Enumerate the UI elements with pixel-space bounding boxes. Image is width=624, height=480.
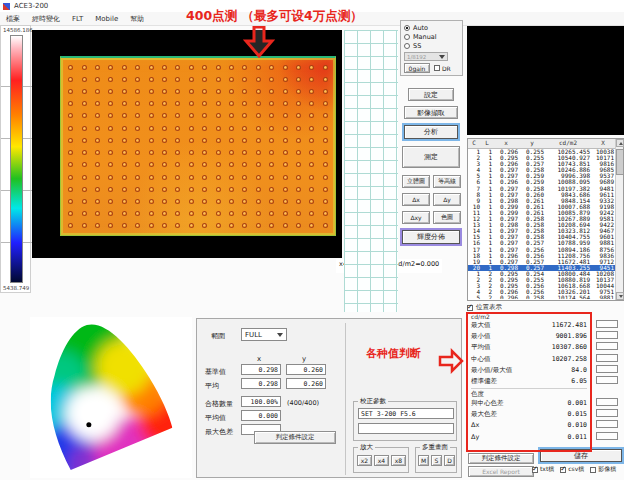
luminance-heatmap[interactable] (60, 56, 336, 236)
measure-point-dot (216, 150, 221, 155)
stereo-view-button[interactable]: 立體圖 (402, 175, 430, 188)
multi-s-button[interactable]: S (431, 455, 442, 466)
measure-point-dot (82, 113, 87, 118)
measure-point-dot (149, 199, 154, 204)
delta-x-button[interactable]: Δx (402, 193, 430, 206)
measure-point-dot (309, 89, 314, 94)
shutter-select[interactable]: 1/8192 (404, 52, 448, 61)
measure-point-dot (135, 175, 140, 180)
measure-point-dot (283, 77, 288, 82)
menu-mobile[interactable]: Mobile (95, 15, 118, 23)
measure-point-dot (82, 162, 87, 167)
measure-point-dot (283, 150, 288, 155)
luminance-distribution-button[interactable]: 輝度分佈 (402, 230, 460, 244)
zoom-x2-button[interactable]: x2 (357, 455, 372, 466)
delta-xy-button[interactable]: Δxy (402, 211, 430, 224)
checkbox-icon (560, 467, 566, 473)
calibration-value2-field[interactable] (358, 423, 454, 434)
range-select[interactable]: FULL (241, 328, 287, 341)
contour-button[interactable]: 等高線 (433, 175, 461, 188)
measure-button[interactable]: 測定 (402, 146, 460, 168)
average-x-field[interactable]: 0.298 (241, 378, 281, 389)
zoom-x4-button[interactable]: x4 (374, 455, 389, 466)
measure-point-dot (256, 89, 261, 94)
radio-auto[interactable]: Auto (404, 23, 459, 32)
multi-m-button[interactable]: M (418, 455, 429, 466)
radio-ss[interactable]: SS (404, 41, 459, 50)
measure-point-dot (162, 113, 167, 118)
measure-point-dot (95, 77, 100, 82)
dr-checkbox[interactable]: DR (434, 65, 451, 72)
reference-y-field[interactable]: 0.260 (286, 364, 326, 375)
measure-point-dot (309, 223, 314, 228)
measure-point-dot (149, 175, 154, 180)
menu-file[interactable]: 檔案 (6, 14, 20, 24)
measure-point-dot (323, 65, 328, 70)
reference-x-field[interactable]: 0.298 (241, 364, 281, 375)
judge-condition-button-left[interactable]: 判定條件設定 (254, 431, 336, 444)
position-display-checkbox[interactable]: 位置表示 (467, 303, 502, 312)
measure-point-dot (229, 138, 234, 143)
measure-point-dot (135, 65, 140, 70)
measure-point-dot (189, 150, 194, 155)
color-map-button[interactable]: 色圖 (433, 211, 461, 224)
csv-file-checkbox[interactable]: csv檔 (560, 465, 584, 474)
scroll-thumb[interactable] (616, 149, 624, 175)
judge-condition-button[interactable]: 判定條件設定 (468, 453, 534, 464)
measure-point-dot (229, 113, 234, 118)
column-header: C (468, 139, 482, 148)
zoom-x8-button[interactable]: x8 (391, 455, 406, 466)
menu-help[interactable]: 幫助 (130, 14, 144, 24)
white-point-marker (86, 422, 91, 427)
heatmap-viewport[interactable] (32, 30, 342, 258)
scroll-up-icon[interactable] (616, 139, 624, 147)
measure-point-dot (135, 223, 140, 228)
scale-min-value: 5438.749 (3, 285, 29, 291)
measure-point-dot (283, 175, 288, 180)
measure-point-dot (256, 211, 261, 216)
measure-point-dot (175, 150, 180, 155)
cie-chromaticity-diagram[interactable] (30, 317, 192, 478)
measure-point-dot (82, 175, 87, 180)
txt-file-checkbox[interactable]: txt檔 (532, 465, 554, 474)
excel-report-button[interactable]: Excel Report (468, 466, 534, 477)
measure-point-dot (202, 113, 207, 118)
scroll-down-icon[interactable] (616, 292, 624, 300)
measure-point-dot (323, 199, 328, 204)
table-row[interactable]: 520.2960.25810174.5649881 (468, 295, 623, 299)
settings-button[interactable]: 設定 (408, 88, 454, 101)
judge-result-box (596, 342, 618, 350)
measure-point-dot (216, 187, 221, 192)
pass-count-label: 合格數量 (205, 399, 233, 409)
gain-button[interactable]: 0gain (404, 63, 430, 73)
analyze-button[interactable]: 分析 (404, 125, 458, 139)
save-button[interactable]: 儲存 (540, 449, 622, 462)
image-file-checkbox[interactable]: 影像檔 (590, 465, 616, 474)
image-capture-button[interactable]: 影像擷取 (404, 106, 458, 119)
measure-point-dot (68, 126, 73, 131)
measure-point-dot (269, 126, 274, 131)
measure-point-dot (309, 65, 314, 70)
judge-result-box (596, 432, 618, 440)
judge-result-box (596, 420, 618, 428)
measure-point-dot (108, 175, 113, 180)
measure-point-dot (256, 138, 261, 143)
measurement-table: CLxycd/m2X 110.2960.25510265.45510038210… (467, 138, 624, 301)
average-y-field[interactable]: 0.260 (286, 378, 326, 389)
measure-point-dot (309, 150, 314, 155)
multi-d-button[interactable]: D (444, 455, 455, 466)
radio-manual[interactable]: Manual (404, 32, 459, 41)
measure-point-dot (256, 150, 261, 155)
measure-point-dot (216, 175, 221, 180)
measure-point-dot (82, 65, 87, 70)
calibration-value-field[interactable]: SET 3-200 F5.6 (358, 408, 454, 419)
measure-point-dot (189, 223, 194, 228)
table-scrollbar[interactable] (615, 139, 623, 300)
menu-time-change[interactable]: 經時變化 (32, 14, 60, 24)
menu-flt[interactable]: FLT (72, 15, 83, 23)
delta-y-button[interactable]: Δy (433, 193, 461, 206)
calibration-group: 校正參數 SET 3-200 F5.6 (353, 401, 457, 441)
average-diff-field[interactable]: 0.000 (241, 410, 281, 421)
pass-percent-field[interactable]: 100.00% (241, 396, 281, 407)
stat-label: Δx (471, 420, 479, 431)
